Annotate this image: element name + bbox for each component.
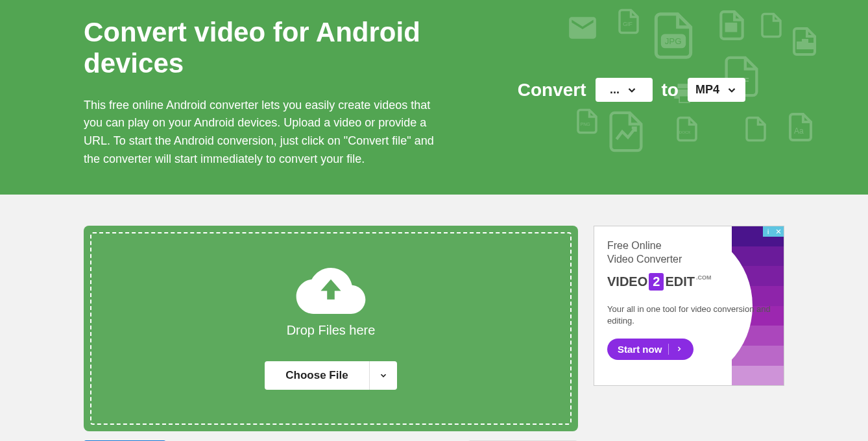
drop-text: Drop Files here	[287, 323, 376, 338]
ad-logo: VIDEO 2 EDIT .COM	[607, 273, 771, 291]
chevron-down-icon	[726, 84, 738, 96]
to-label: to	[662, 80, 679, 101]
svg-rect-6	[808, 44, 812, 48]
chevron-down-icon	[379, 371, 388, 380]
convert-label: Convert	[518, 80, 586, 101]
convert-to-select[interactable]: MP4	[688, 78, 745, 102]
ad-cta-button[interactable]: Start now	[607, 339, 693, 360]
ad-cta-label: Start now	[618, 344, 662, 355]
svg-rect-5	[803, 40, 807, 48]
chevron-down-icon	[626, 84, 638, 96]
svg-rect-4	[798, 43, 802, 48]
convert-from-select[interactable]: ...	[596, 78, 653, 102]
convert-from-value: ...	[610, 83, 620, 97]
convert-bar: Convert ... to MP4	[518, 78, 745, 102]
page-title: Convert video for Android devices	[84, 17, 447, 80]
choose-file-button[interactable]: Choose File	[265, 361, 368, 390]
ad-title: Free OnlineVideo Converter	[607, 239, 771, 267]
convert-to-value: MP4	[695, 83, 719, 97]
cloud-upload-icon	[295, 262, 367, 314]
ad-box: i Free OnlineVideo Converter VIDEO 2 EDI…	[594, 226, 784, 386]
choose-file-dropdown[interactable]	[369, 361, 397, 390]
hero-section: GIF JPG PDF PNG DOCX Aa Convert video fo…	[0, 0, 868, 195]
page-description: This free online Android converter lets …	[84, 97, 447, 169]
drop-zone[interactable]: Drop Files here Choose File	[84, 226, 578, 431]
ad-subtitle: Your all in one tool for video conversio…	[607, 304, 771, 327]
chevron-right-icon	[675, 345, 683, 353]
